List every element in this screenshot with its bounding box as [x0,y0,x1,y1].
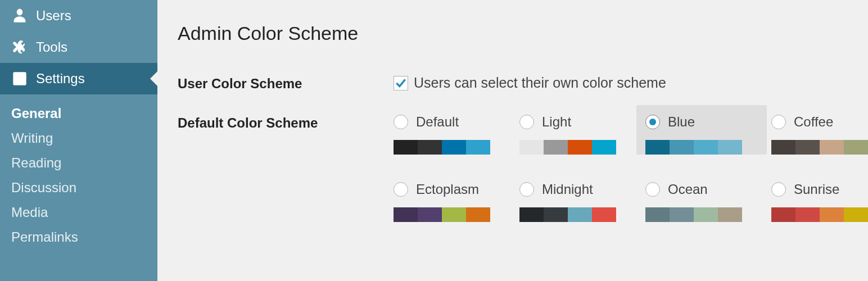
scheme-option-sunrise[interactable]: Sunrise [762,173,868,222]
wrench-icon [11,40,28,55]
radio-icon[interactable] [771,182,786,197]
sidebar-subitem-writing[interactable]: Writing [0,126,157,151]
scheme-option-default[interactable]: Default [385,105,515,155]
radio-icon[interactable] [645,182,660,197]
scheme-swatches [771,207,868,222]
sidebar-subitem-media[interactable]: Media [0,200,157,225]
radio-icon[interactable] [394,182,408,197]
sliders-icon [11,71,28,86]
radio-icon[interactable] [519,182,534,197]
user-color-scheme-row: User Color Scheme Users can select their… [178,75,868,92]
user-icon [11,8,28,23]
scheme-option-midnight[interactable]: Midnight [510,173,641,222]
sidebar-subitem-reading[interactable]: Reading [0,151,157,175]
scheme-name: Ocean [668,182,708,197]
radio-icon[interactable] [771,115,786,129]
color-scheme-grid: DefaultLightBlueCoffeeEctoplasmMidnightO… [394,114,868,222]
radio-icon[interactable] [519,115,534,129]
sidebar-item-tools[interactable]: Tools [0,31,157,63]
main-content: Admin Color Scheme User Color Scheme Use… [157,0,868,281]
default-color-scheme-row: Default Color Scheme DefaultLightBlueCof… [178,114,868,222]
checkbox-icon[interactable] [394,76,408,90]
scheme-name: Ectoplasm [416,182,479,197]
scheme-option-light[interactable]: Light [510,105,641,155]
scheme-name: Default [416,114,459,130]
sidebar-subitem-permalinks[interactable]: Permalinks [0,225,157,250]
sidebar-item-settings[interactable]: Settings [0,63,157,94]
scheme-swatches [645,207,742,222]
sidebar-subitem-discussion[interactable]: Discussion [0,175,157,200]
scheme-swatches [645,140,742,155]
radio-icon[interactable] [394,115,408,129]
scheme-swatches [519,207,616,222]
checkbox-label: Users can select their own color scheme [414,75,666,91]
sidebar-item-label: Users [36,8,71,24]
scheme-option-ectoplasm[interactable]: Ectoplasm [385,173,515,222]
sidebar-subitem-general[interactable]: General [0,101,157,126]
scheme-name: Sunrise [794,182,839,197]
scheme-swatches [394,207,490,222]
user-color-scheme-label: User Color Scheme [178,75,394,92]
sidebar-item-label: Settings [36,71,85,87]
admin-sidebar: Users Tools Settings General Writing Rea… [0,0,157,281]
scheme-name: Light [542,114,571,130]
scheme-name: Blue [668,114,695,130]
scheme-swatches [771,140,868,155]
scheme-name: Coffee [794,114,833,130]
scheme-name: Midnight [542,182,593,197]
scheme-option-coffee[interactable]: Coffee [762,105,868,155]
allow-user-scheme-toggle[interactable]: Users can select their own color scheme [394,75,868,91]
sidebar-item-label: Tools [36,39,67,55]
default-color-scheme-label: Default Color Scheme [178,114,394,131]
scheme-option-ocean[interactable]: Ocean [636,173,767,222]
scheme-option-blue[interactable]: Blue [636,105,767,155]
page-title: Admin Color Scheme [178,22,868,44]
radio-icon[interactable] [645,115,660,129]
sidebar-item-users[interactable]: Users [0,0,157,31]
scheme-swatches [394,140,490,155]
scheme-swatches [519,140,616,155]
